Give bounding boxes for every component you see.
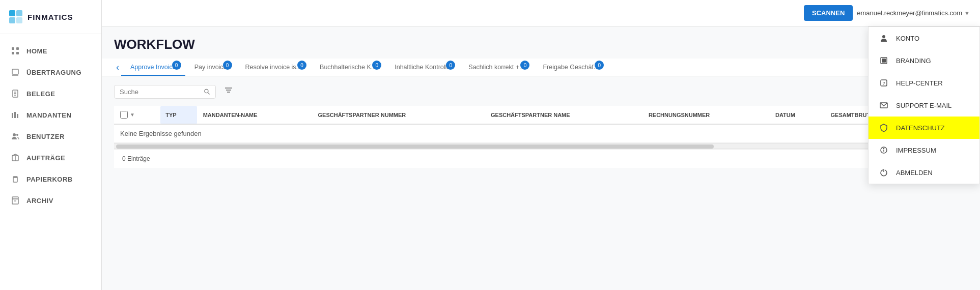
dropdown-item-branding[interactable]: BRANDING: [869, 49, 979, 72]
upload-icon: [10, 67, 20, 77]
svg-rect-8: [12, 69, 18, 74]
dropdown-label-konto: KONTO: [896, 35, 919, 42]
person-icon: [879, 33, 889, 43]
tab-label-resolve-invoice: Resolve invoice is...: [245, 64, 301, 71]
sidebar: FINMATICS HOME ÜBERTRAGUNG: [0, 0, 102, 290]
sidebar-label-papierkorb: PAPIERKORB: [26, 176, 73, 183]
tab-resolve-invoice[interactable]: Resolve invoice is... 0: [236, 59, 311, 76]
page-title: WORKFLOW: [114, 37, 968, 52]
tab-pay-invoice[interactable]: Pay invoice 0: [185, 59, 236, 76]
file-icon: [10, 89, 20, 99]
svg-rect-21: [13, 178, 17, 182]
th-datum: DATUM: [769, 106, 825, 124]
sidebar-item-belege[interactable]: BELEGE: [0, 83, 101, 104]
archive-icon: [10, 195, 20, 206]
tab-prev-button[interactable]: ‹: [114, 62, 121, 73]
search-input[interactable]: [120, 88, 201, 96]
scrollbar-thumb[interactable]: [116, 144, 714, 149]
th-rechnungsnummer: RECHNUNGSNUMMER: [642, 106, 769, 124]
workflow-tabs: ‹ Approve Invoice 0 Pay invoice 0: [102, 59, 980, 76]
dropdown-item-help-center[interactable]: ? HELP-CENTER: [869, 72, 979, 94]
sidebar-label-mandanten: MANDANTEN: [26, 111, 71, 119]
svg-text:?: ?: [883, 81, 885, 86]
entries-count: 0 Einträge: [122, 155, 150, 162]
sidebar-item-uebertragung[interactable]: ÜBERTRAGUNG: [0, 62, 101, 83]
dropdown-item-datenschutz[interactable]: DATENSCHUTZ: [869, 117, 979, 139]
tab-inhaltliche[interactable]: Inhaltliche Kontrolle 0: [385, 59, 459, 76]
svg-rect-1: [16, 10, 22, 16]
toolbar: [114, 84, 968, 99]
svg-point-18: [16, 134, 18, 136]
search-icon: [204, 88, 210, 95]
shield-icon: [879, 123, 889, 133]
dropdown-item-support-email[interactable]: SUPPORT E-MAIL: [869, 94, 979, 117]
grid-icon: [10, 46, 20, 56]
svg-point-17: [13, 133, 16, 136]
svg-rect-6: [12, 52, 14, 54]
table-footer: 0 Einträge ⋂ ‹ SEITE: 1 VON 0 › ⋃: [114, 149, 968, 168]
svg-point-39: [884, 149, 884, 149]
tab-approve-invoice[interactable]: Approve Invoice 0: [121, 59, 185, 76]
brand-icon: [879, 55, 889, 66]
main-content: SCANNEN emanuel.reckmeyer@finmatics.com …: [102, 0, 980, 290]
tab-label-freigabe: Freigabe Geschäf...: [543, 64, 599, 71]
dropdown-label-support-email: SUPPORT E-MAIL: [896, 102, 951, 109]
sidebar-label-home: HOME: [26, 47, 47, 55]
users-icon: [10, 131, 20, 141]
dropdown-label-abmelden: ABMELDEN: [896, 169, 933, 177]
sidebar-label-auftraege: AUFTRÄGE: [26, 154, 65, 162]
tab-badge-resolve-invoice: 0: [297, 61, 306, 70]
svg-rect-3: [16, 17, 22, 23]
select-all-checkbox[interactable]: [120, 111, 128, 119]
dropdown-item-konto[interactable]: KONTO: [869, 27, 979, 49]
sidebar-item-benutzer[interactable]: BENUTZER: [0, 126, 101, 147]
chevron-down-icon: ▼: [964, 10, 970, 16]
dropdown-label-impressum: IMPRESSUM: [896, 147, 936, 154]
power-icon: [879, 167, 889, 178]
tabs-row: Approve Invoice 0 Pay invoice 0 Resolve …: [121, 59, 943, 76]
svg-rect-7: [16, 52, 19, 54]
tab-badge-inhaltliche: 0: [446, 61, 455, 70]
user-menu-trigger[interactable]: emanuel.reckmeyer@finmatics.com ▼: [857, 9, 970, 17]
scan-button[interactable]: SCANNEN: [804, 5, 853, 21]
sidebar-label-archiv: ARCHIV: [26, 197, 53, 205]
svg-rect-23: [12, 199, 18, 204]
dropdown-label-help-center: HELP-CENTER: [896, 79, 943, 87]
filter-button[interactable]: [220, 84, 237, 99]
svg-point-26: [205, 90, 208, 93]
tab-badge-approve-invoice: 0: [172, 61, 181, 70]
tab-label-pay-invoice: Pay invoice: [194, 64, 227, 71]
sidebar-nav: HOME ÜBERTRAGUNG BELEGE: [0, 34, 101, 217]
th-geschaeftspartner-name: GESCHÄFTSPARTNER NAME: [485, 106, 642, 124]
sidebar-item-auftraege[interactable]: AUFTRÄGE: [0, 147, 101, 168]
sidebar-item-papierkorb[interactable]: PAPIERKORB: [0, 168, 101, 190]
svg-rect-14: [12, 113, 13, 118]
finmatics-logo-icon: [8, 9, 23, 24]
th-checkbox: ▼: [114, 106, 160, 124]
svg-rect-5: [16, 47, 19, 50]
chart-icon: [10, 110, 20, 120]
app-name: FINMATICS: [27, 13, 73, 21]
tab-buchhalterische[interactable]: Buchhalterische K... 0: [311, 59, 385, 76]
horizontal-scrollbar[interactable]: [114, 143, 968, 149]
tab-sachlich[interactable]: Sachlich korrekt +... 0: [459, 59, 534, 76]
logo: FINMATICS: [0, 0, 101, 34]
dropdown-item-abmelden[interactable]: ABMELDEN: [869, 161, 979, 184]
svg-rect-15: [14, 112, 16, 118]
dropdown-label-datenschutz: DATENSCHUTZ: [896, 124, 945, 132]
tab-badge-pay-invoice: 0: [223, 61, 232, 70]
filter-icon: [224, 87, 233, 94]
tab-label-buchhalterische: Buchhalterische K...: [320, 64, 376, 71]
sidebar-label-benutzer: BENUTZER: [26, 133, 65, 140]
th-type: TYP: [160, 106, 197, 124]
svg-rect-16: [17, 114, 18, 118]
sidebar-item-mandanten[interactable]: MANDANTEN: [0, 104, 101, 126]
sidebar-item-archiv[interactable]: ARCHIV: [0, 190, 101, 211]
tab-label-sachlich: Sachlich korrekt +...: [468, 64, 524, 71]
data-table: ▼ TYP MANDANTEN-NAME GESCHÄFTSPARTNER NU…: [114, 106, 968, 143]
tab-freigabe[interactable]: Freigabe Geschäf... 0: [534, 59, 608, 76]
dropdown-label-branding: BRANDING: [896, 57, 931, 65]
sidebar-item-home[interactable]: HOME: [0, 40, 101, 62]
dropdown-item-impressum[interactable]: IMPRESSUM: [869, 139, 979, 161]
email-icon: [879, 100, 889, 110]
